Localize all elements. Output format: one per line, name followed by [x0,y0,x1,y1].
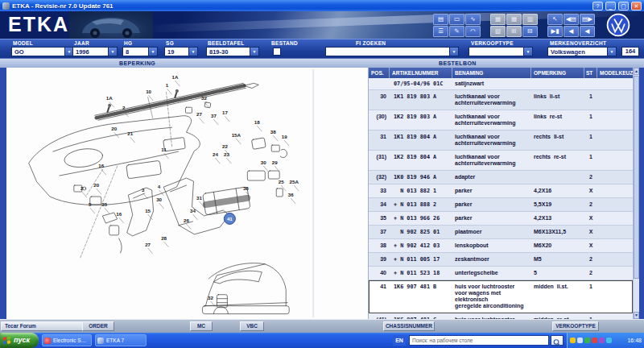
search-icon[interactable] [551,335,564,346]
cell-ben: adapter [452,171,531,184]
chassisnummer-button[interactable]: CHASSISNUMMER [383,321,435,331]
table-row[interactable]: 38+ N 902 412 03lenskopboutM6X20X [369,239,633,253]
cell-opm: 5 [531,267,584,280]
cell-mk [597,267,633,280]
previous-icon[interactable]: ◀ [580,26,595,37]
close-button[interactable]: ✕ [631,2,642,10]
merkenoverzicht-label: MERKENOVERZICHT [550,40,606,46]
table-row[interactable]: 40+ N 011 523 18unterlegscheibe52 [369,267,633,280]
scroll-down-icon[interactable]: ▼ [634,312,639,319]
diagram-callouts[interactable]: 1A1101A232202127371718381915A22242330291… [80,74,299,306]
last-record-icon[interactable]: ▶▮ [547,26,563,37]
cell-ben: huis voor luchtrooster voor wagens met e… [452,313,531,319]
table-row[interactable]: (41)1K6 907 481 Chuis voor luchtrooster … [369,313,633,319]
taskbar-item-electronic-service[interactable]: Electronic Service Inf... [42,334,92,346]
back-icon[interactable]: ◀ [564,26,579,37]
car-outline-icon[interactable]: ◠ [465,26,481,37]
chevron-down-icon[interactable]: ▼ [523,48,532,56]
diagram-callout-25: 25 [279,179,284,184]
cell-st: 1 [584,313,597,319]
order-button[interactable]: ORDER [82,321,114,331]
start-button[interactable]: пуск [0,333,39,348]
page-back-icon[interactable]: ◀▤ [564,14,579,25]
chevron-down-icon[interactable]: ▼ [449,48,458,56]
table-row[interactable]: 07/95-04/96 01Csatijnzwart [369,78,633,90]
minimize-button[interactable]: _ [605,2,616,10]
chevron-down-icon[interactable]: ▼ [108,48,117,56]
tray-network-icon[interactable] [577,338,583,343]
tray-green-icon[interactable] [584,338,590,343]
diagram-callout-1A: 1A [106,95,113,101]
print-icon[interactable]: ▤ [433,14,448,25]
scroll-up-icon[interactable]: ▲ [634,68,639,75]
cell-pos: 41 [369,280,390,313]
price-list-icon[interactable]: ▥ [522,14,538,25]
table-row[interactable]: 301K1 819 803 Aluchtkanaal voor achterru… [369,90,633,110]
tray-purple-icon[interactable] [599,338,605,343]
cell-ben: parker [452,212,531,225]
windows-logo-icon [3,336,10,344]
table-header: POS. ARTIKELNUMMER BENAMING OPMERKING ST… [369,68,633,78]
taskbar-item-etka[interactable]: ETKA 7 [95,334,147,346]
table-row[interactable]: 39+ N 011 005 17zeskantmoerM52 [369,253,633,267]
chevron-down-icon[interactable]: ▼ [607,48,616,56]
verkooptype-combo[interactable]: ▼ [469,47,533,56]
bestand-checkbox[interactable] [273,48,281,56]
table-row[interactable]: 411K6 907 481 Bhuis voor luchtrooster vo… [369,280,633,313]
security-shield-icon[interactable] [570,338,576,343]
chevron-down-icon[interactable]: ▼ [250,48,258,56]
table-row[interactable]: (30)1K2 819 803 Aluchtkanaal voor achter… [369,110,633,130]
chevron-down-icon[interactable]: ▼ [148,48,157,56]
table-row[interactable]: 311K1 819 804 Aluchtkanaal voor achterru… [369,130,633,151]
model-combo[interactable]: GO ▼ [11,47,74,56]
selection-field-bar: MODEL GO ▼ JAAR 1996 ▼ HG 8 ▼ SG 19 ▼ BE… [0,39,644,58]
monitor-parts-icon[interactable]: ▧ [490,26,506,37]
cell-opm: links li-st [531,90,584,110]
parts-diagram-panel[interactable]: 1A1101A232202127371718381915A22242330291… [6,68,369,319]
etka-module-1-icon[interactable]: ▦ [490,14,506,25]
cell-pos: 37 [369,226,390,238]
diagram-callout-16: 16 [98,163,104,168]
edit-icon[interactable]: ✎ [449,26,464,37]
maximize-button[interactable]: ▢ [618,2,629,10]
hg-combo[interactable]: 8 ▼ [122,47,158,56]
jaar-combo[interactable]: 1996 ▼ [72,47,118,56]
vertical-scrollbar[interactable]: ▲ ▼ [633,68,639,319]
table-row[interactable]: 37 N 902 825 01plaatmoerM6X13X11,5X [369,226,633,239]
desktop-search-input[interactable] [409,335,549,346]
car-graphic-icon[interactable]: ∿ [465,14,481,25]
task-label: Electronic Service Inf... [53,338,92,343]
chevron-down-icon[interactable]: ▼ [188,48,197,56]
help-button[interactable]: ? [592,2,603,10]
scrollbar-thumb[interactable] [634,76,639,279]
merkenoverzicht-combo[interactable]: Volkswagen ▼ [547,47,617,56]
table-row[interactable]: 33 N 013 882 1parker4,2X16X [369,184,633,198]
tray-cyan-icon[interactable] [606,338,612,343]
cell-art: + N 902 412 03 [390,239,452,252]
beeldtafel-combo[interactable]: 819-30 ▼ [206,47,259,56]
page-forward-icon[interactable]: ▤▶ [580,14,595,25]
mc-button[interactable]: MC [190,321,213,331]
tecar-forum-button[interactable]: Tecar Forum [1,321,85,331]
etka-module-2-icon[interactable]: ▦ [506,14,522,25]
table-row[interactable]: 35+ N 013 966 26parker4,2X13X [369,212,633,226]
cell-st: 2 [584,253,597,266]
cart-icon[interactable]: ⊟ [522,26,538,37]
task-label: ETKA 7 [106,338,124,343]
cell-mk [597,184,633,197]
table-row[interactable]: (31)1K2 819 804 Aluchtkanaal voor achter… [369,151,633,171]
tray-red-icon[interactable] [592,338,597,343]
language-indicator[interactable]: EN [393,335,406,346]
pin-icon[interactable]: ↖ [547,14,563,25]
sg-combo[interactable]: 19 ▼ [164,47,198,56]
list-icon[interactable]: ☰ [433,26,448,37]
verkooptype-button[interactable]: VERKOOPTYPE [552,321,599,331]
sub-bar: BEPERKING BESTELBON [0,58,644,68]
cell-ben: luchtkanaal voor achterruiteverwarming [452,130,531,150]
fizoeken-combo[interactable]: ▼ [325,47,459,56]
display-icon[interactable]: ▭ [449,14,464,25]
table-row[interactable]: 34+ N 013 888 2parker5,5X192 [369,198,633,212]
table-row[interactable]: (32)1K0 819 946 Aadapter2 [369,171,633,184]
vbc-button[interactable]: VBC [240,321,264,331]
compare-icon[interactable]: ⊞ [506,26,522,37]
